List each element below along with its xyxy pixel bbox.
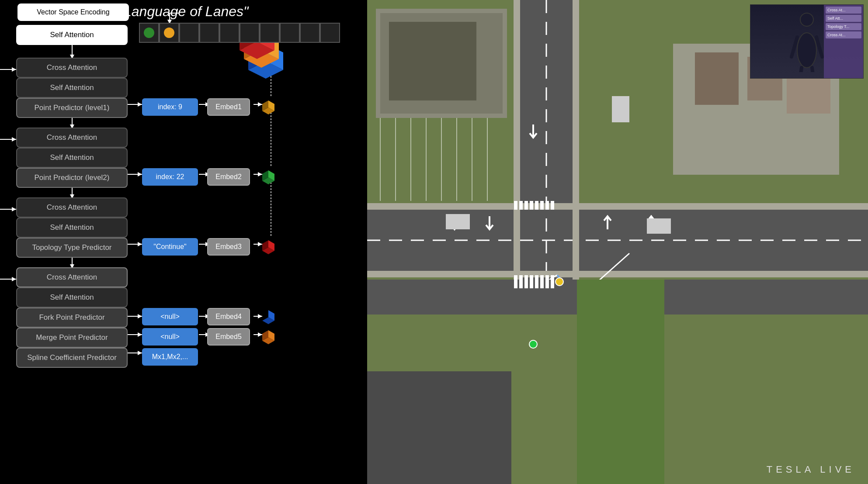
tesla-live-badge: TESLA LIVE xyxy=(767,464,855,475)
svg-marker-23 xyxy=(138,314,142,318)
svg-line-80 xyxy=(792,37,797,57)
null-1-box: <null> xyxy=(142,308,198,325)
diagram-panel: "Language of Lanes" Vector Space Encodin… xyxy=(0,0,367,484)
index-22-box: index: 22 xyxy=(142,168,198,186)
topology-predictor-box: Topology Type Predictor xyxy=(16,238,128,258)
self-attention-5-box: Self Attention xyxy=(16,287,128,308)
vector-space-encoding-box: Vector Space Encoding xyxy=(17,3,129,21)
self-attention-3-box: Self Attention xyxy=(16,148,128,168)
svg-line-83 xyxy=(812,68,815,72)
null-2-box: <null> xyxy=(142,328,198,346)
embed4-box: Embed4 xyxy=(207,308,250,325)
sidebar-item-0: Cross At... xyxy=(826,7,861,14)
cube-red xyxy=(258,236,279,257)
point-predictor-2-box: Point Predictor (level2) xyxy=(16,168,128,188)
self-attention-2-box: Self Attention xyxy=(16,78,128,98)
token-grid xyxy=(139,23,340,43)
svg-line-82 xyxy=(799,68,802,72)
map-green-dot xyxy=(529,340,538,349)
map-panel: Cross At... Self Att... Topology T... Cr… xyxy=(367,0,868,484)
cross-attention-4-box: Cross Attention xyxy=(16,267,128,287)
spline-predictor-box: Spline Coefficient Predictor xyxy=(16,348,128,368)
embed3-box: Embed3 xyxy=(207,238,250,256)
svg-marker-19 xyxy=(138,172,142,176)
svg-point-79 xyxy=(797,33,816,68)
continue-box: "Continue" xyxy=(142,238,198,256)
index-9-box: index: 9 xyxy=(142,98,198,116)
self-attention-4-box: Self Attention xyxy=(16,218,128,238)
sidebar-item-2: Topology T... xyxy=(826,23,861,30)
merge-predictor-box: Merge Point Predictor xyxy=(16,328,128,348)
svg-point-78 xyxy=(800,13,813,26)
embed1-box: Embed1 xyxy=(207,98,250,116)
stacked-cubes xyxy=(240,35,283,87)
map-yellow-dot xyxy=(555,277,564,286)
svg-marker-15 xyxy=(12,277,16,281)
presenter-silhouette xyxy=(789,11,824,72)
svg-line-81 xyxy=(816,37,822,57)
sidebar-item-1: Self Att... xyxy=(826,15,861,22)
self-attention-1-box: Self Attention xyxy=(16,25,128,45)
svg-marker-9 xyxy=(12,67,16,72)
svg-marker-21 xyxy=(138,242,142,246)
embed2-box: Embed2 xyxy=(207,168,250,186)
presenter-sidebar: Cross At... Self Att... Topology T... Cr… xyxy=(824,5,863,78)
svg-marker-27 xyxy=(138,351,142,355)
svg-marker-11 xyxy=(12,137,16,142)
cross-attention-2-box: Cross Attention xyxy=(16,128,128,148)
sidebar-item-3: Cross At... xyxy=(826,31,861,38)
token-green-dot xyxy=(144,28,154,38)
svg-marker-25 xyxy=(138,332,142,337)
fork-predictor-box: Fork Point Predictor xyxy=(16,308,128,328)
mx-coeff-box: Mx1,Mx2,... xyxy=(142,348,198,366)
svg-marker-13 xyxy=(12,207,16,211)
cross-attention-3-box: Cross Attention xyxy=(16,197,128,218)
point-predictor-1-box: Point Predictor (level1) xyxy=(16,98,128,118)
svg-marker-17 xyxy=(138,102,142,107)
cube-yellow xyxy=(258,96,279,117)
cube-orange xyxy=(258,326,279,347)
presenter-overlay: Cross At... Self Att... Topology T... Cr… xyxy=(750,4,864,79)
embed5-box: Embed5 xyxy=(207,328,250,346)
cube-blue xyxy=(258,306,279,327)
token-orange-dot xyxy=(164,28,174,38)
cross-attention-1-box: Cross Attention xyxy=(16,58,128,78)
cube-green xyxy=(258,166,279,187)
